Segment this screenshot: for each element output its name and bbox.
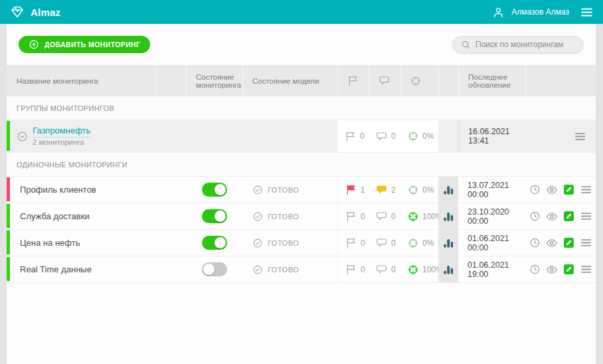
view-eye-icon[interactable]	[546, 184, 558, 196]
section-groups: ГРУППЫ МОНИТОРИНГОВ	[7, 96, 596, 120]
table-header: Название мониторинга Состояние мониторин…	[7, 65, 596, 96]
flags-count: 0	[361, 265, 365, 274]
history-clock-icon[interactable]	[529, 211, 541, 222]
updated-cell: 01.06.2021 19:00	[458, 256, 525, 282]
row-menu-icon[interactable]	[580, 210, 592, 223]
model-status: ГОТОВО	[268, 213, 299, 221]
actions-cell	[525, 210, 602, 223]
monitoring-toggle[interactable]	[202, 262, 227, 276]
comment-icon	[376, 237, 387, 248]
flag-icon	[345, 211, 357, 222]
model-status: ГОТОВО	[268, 239, 299, 247]
col-header-name: Название мониторинга	[7, 65, 156, 96]
target-cell: 100%	[400, 256, 438, 282]
group-flags-cell: 0	[337, 120, 369, 152]
bar-chart-icon[interactable]	[438, 177, 458, 203]
monitoring-toggle[interactable]	[202, 236, 227, 250]
add-monitoring-button[interactable]: ДОБАВИТЬ МОНИТОРИНГ	[19, 36, 150, 53]
comments-count: 0	[391, 212, 396, 221]
row-menu-icon[interactable]	[580, 263, 592, 276]
comment-icon	[376, 211, 387, 222]
row-accent	[7, 204, 10, 228]
flag-icon	[345, 237, 357, 248]
edit-icon[interactable]	[563, 211, 574, 222]
view-eye-icon[interactable]	[546, 264, 558, 276]
target-icon	[408, 211, 418, 222]
col-header-model-state: Состояние модели	[242, 65, 337, 96]
comment-icon	[376, 184, 387, 195]
brand-name: Almaz	[31, 7, 60, 18]
flag-icon	[345, 184, 357, 195]
toggle-cell	[186, 183, 242, 197]
edit-icon[interactable]	[563, 264, 574, 275]
model-status-cell: ГОТОВО	[242, 185, 337, 195]
user-avatar-icon[interactable]	[492, 6, 505, 19]
section-singles: ОДИНОЧНЫЕ МОНИТОРИНГИ	[7, 153, 596, 177]
group-comments-cell: 0	[369, 120, 400, 152]
view-eye-icon[interactable]	[546, 237, 558, 249]
flags-count: 0	[361, 212, 365, 221]
monitoring-name: Real Time данные	[7, 264, 156, 274]
col-header-comment	[369, 65, 400, 96]
bar-chart-icon[interactable]	[438, 256, 458, 282]
monitoring-toggle[interactable]	[202, 183, 227, 197]
flag-icon	[345, 131, 356, 142]
search-input[interactable]	[475, 40, 575, 49]
target-icon	[408, 185, 418, 195]
bar-chart-icon[interactable]	[438, 203, 458, 229]
row-menu-icon[interactable]	[580, 236, 592, 249]
flags-cell: 0	[337, 203, 369, 229]
view-eye-icon[interactable]	[546, 211, 558, 223]
col-header-chart	[438, 65, 458, 96]
flags-count: 1	[361, 185, 365, 195]
check-circle-icon	[252, 211, 263, 222]
target-percent: 0%	[422, 238, 434, 248]
group-target-cell: 0%	[400, 120, 438, 152]
model-status-cell: ГОТОВО	[242, 238, 337, 248]
actions-cell	[525, 263, 602, 276]
comment-icon	[379, 75, 390, 86]
actions-cell	[525, 236, 602, 249]
top-app-bar: Almaz Алмазов Алмаз	[0, 0, 603, 24]
history-clock-icon[interactable]	[529, 184, 541, 195]
target-cell: 0%	[400, 230, 438, 256]
edit-icon[interactable]	[563, 184, 574, 195]
target-cell: 100%	[400, 203, 438, 229]
row-menu-icon[interactable]	[574, 130, 586, 143]
target-icon	[408, 131, 418, 141]
search-icon	[461, 40, 471, 50]
plus-circle-icon	[29, 39, 39, 50]
monitoring-toggle[interactable]	[202, 209, 227, 223]
target-percent: 0%	[422, 185, 434, 195]
updated-cell: 13.07.2021 00:00	[458, 177, 525, 203]
bar-chart-icon[interactable]	[438, 230, 458, 256]
col-header-empty	[156, 65, 186, 96]
group-name-cell: Газпромнефть 2 мониторинга	[7, 126, 156, 147]
flags-cell: 1	[337, 177, 369, 203]
user-name[interactable]: Алмазов Алмаз	[511, 7, 569, 17]
target-cell: 0%	[400, 177, 438, 203]
monitoring-name: Профиль клиентов	[7, 185, 156, 195]
brand[interactable]: Almaz	[9, 4, 60, 20]
comments-cell: 0	[369, 230, 400, 256]
history-clock-icon[interactable]	[529, 237, 541, 248]
monitoring-name: Служба доставки	[7, 211, 156, 221]
menu-burger-icon[interactable]	[580, 5, 594, 19]
updated-cell: 23.10.2020 00:00	[458, 203, 525, 229]
history-clock-icon[interactable]	[529, 264, 541, 275]
comment-icon	[376, 131, 387, 142]
col-header-actions	[525, 65, 596, 96]
group-name-link[interactable]: Газпромнефть	[33, 126, 90, 137]
toggle-cell	[186, 262, 242, 276]
chevron-down-circle-icon[interactable]	[17, 131, 28, 142]
col-header-target	[400, 65, 438, 96]
updated-cell: 01.06.2021 00:00	[458, 230, 525, 256]
monitoring-row: Профиль клиентов ГОТОВО 1 2 0% 13.07.202…	[7, 177, 596, 203]
row-menu-icon[interactable]	[580, 183, 592, 196]
monitoring-row: Служба доставки ГОТОВО 0 0 100% 23.10.20…	[7, 203, 596, 230]
comments-cell: 2	[369, 177, 400, 203]
check-circle-icon	[252, 264, 263, 275]
monitoring-row: Цена на нефть ГОТОВО 0 0 0% 01.06.2021 0…	[7, 230, 596, 256]
edit-icon[interactable]	[563, 237, 574, 248]
toolbar: ДОБАВИТЬ МОНИТОРИНГ	[7, 24, 596, 65]
